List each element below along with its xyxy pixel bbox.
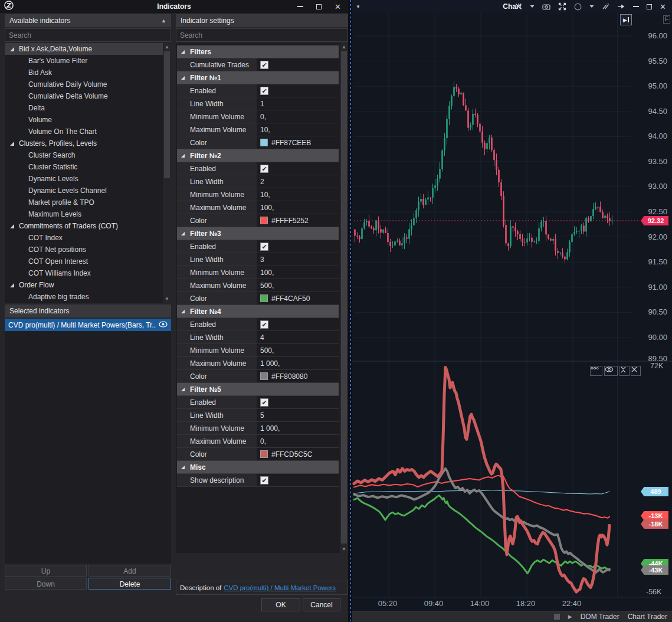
pane-settings-icon[interactable] xyxy=(590,366,602,376)
setting-value[interactable]: ✔ xyxy=(257,84,339,97)
tree-item-row[interactable]: Cumulative Daily Volume xyxy=(5,78,171,90)
tree-item-row[interactable]: Dynamic Levels xyxy=(5,173,171,185)
checkbox[interactable]: ✔ xyxy=(260,61,268,69)
tree-item-row[interactable]: Market profile & TPO xyxy=(5,197,171,208)
scroll-down-icon[interactable]: ▼ xyxy=(340,545,348,553)
collapse-up-icon[interactable]: ▲ xyxy=(161,18,166,24)
jump-to-latest-button[interactable]: ▶ xyxy=(620,14,632,25)
tools-dropdown-icon[interactable] xyxy=(530,5,535,8)
setting-value[interactable]: #FF87CEEB xyxy=(257,136,339,149)
chart-close-icon[interactable]: ✕ xyxy=(660,3,666,11)
color-swatch[interactable] xyxy=(260,450,268,458)
chart-area[interactable]: ▶ F xyxy=(352,0,672,622)
color-swatch[interactable] xyxy=(260,217,268,224)
tree-item-row[interactable]: Cluster Statistic xyxy=(5,161,171,173)
settings-group-header[interactable]: Filter №2 xyxy=(177,149,339,162)
setting-value[interactable]: #FF4CAF50 xyxy=(257,292,339,305)
setting-value[interactable]: 5 xyxy=(257,409,339,421)
tree-item-row[interactable]: Adaptive big trades xyxy=(5,291,171,303)
dom-trader-tab[interactable]: DOM Trader xyxy=(581,613,619,621)
cancel-button[interactable]: Cancel xyxy=(303,598,340,611)
setting-value[interactable]: 4 xyxy=(257,331,339,343)
close-icon[interactable]: ✕ xyxy=(335,3,341,11)
tree-group-row[interactable]: Commitments of Traders (COT) xyxy=(5,220,171,232)
setting-value[interactable]: 500, xyxy=(257,344,339,356)
settings-group-header[interactable]: Filter №1 xyxy=(177,71,339,84)
setting-value[interactable]: 10, xyxy=(257,188,339,201)
setting-value[interactable]: 2 xyxy=(257,175,339,188)
settings-group-header[interactable]: Filter №5 xyxy=(177,383,339,396)
tree-group-row[interactable]: Bid x Ask,Delta,Volume xyxy=(5,43,163,55)
selected-indicator-item[interactable]: CVD pro(multi) / Multi Market Powers(Bar… xyxy=(5,319,171,331)
setting-value[interactable]: ✔ xyxy=(257,58,339,71)
setting-value[interactable]: ✔ xyxy=(257,240,339,253)
description-link[interactable]: CVD pro(multi) / Multi Market Powers xyxy=(224,584,336,591)
fullscreen-icon[interactable] xyxy=(558,2,566,11)
chart-menu-caret-icon[interactable]: ▼ xyxy=(356,4,360,9)
ok-button[interactable]: OK xyxy=(261,598,300,611)
scrollbar-thumb[interactable] xyxy=(164,51,170,178)
tree-scrollbar[interactable]: ▲ ▼ xyxy=(163,43,171,303)
tree-item-row[interactable]: Cumulative Delta Volume xyxy=(5,90,171,102)
chart-trader-tab[interactable]: Chart Trader xyxy=(628,613,667,621)
checkbox[interactable]: ✔ xyxy=(260,398,268,407)
setting-value[interactable]: ✔ xyxy=(257,396,339,408)
setting-value[interactable]: 1 000, xyxy=(257,357,339,369)
available-indicators-header[interactable]: Available indicators ▲ xyxy=(5,14,171,27)
color-swatch[interactable] xyxy=(260,139,268,146)
screenshot-icon[interactable] xyxy=(542,4,550,10)
checkbox[interactable]: ✔ xyxy=(260,476,268,484)
tree-item-row[interactable]: Bar's Volume Filter xyxy=(5,55,171,67)
setting-value[interactable]: 100, xyxy=(257,266,339,279)
scrollbar-thumb[interactable] xyxy=(341,51,347,544)
chart-maximize-icon[interactable] xyxy=(647,4,652,9)
chart-minimize-icon[interactable] xyxy=(633,6,639,7)
setting-value[interactable]: #FF808080 xyxy=(257,370,339,382)
tree-item-row[interactable]: COT Net positions xyxy=(5,244,171,256)
tree-item-row[interactable]: COT Index xyxy=(5,232,171,244)
eye-icon[interactable] xyxy=(159,321,168,329)
settings-group-header[interactable]: Misc xyxy=(177,461,339,474)
settings-group-header[interactable]: Filter №4 xyxy=(177,305,339,318)
instrument-dropdown-icon[interactable] xyxy=(589,5,594,8)
setting-value[interactable]: 3 xyxy=(257,253,339,266)
setting-value[interactable]: 100, xyxy=(257,201,339,214)
checkbox[interactable]: ✔ xyxy=(260,87,268,95)
status-square-icon[interactable] xyxy=(554,614,560,620)
tree-group-row[interactable]: Order Flow xyxy=(5,279,171,291)
setting-value[interactable]: 500, xyxy=(257,279,339,292)
tree-item-row[interactable]: Volume xyxy=(5,114,171,126)
tree-item-row[interactable]: Delta xyxy=(5,102,171,114)
tree-group-row[interactable]: Clusters, Profiles, Levels xyxy=(5,138,171,149)
scroll-down-icon[interactable]: ▼ xyxy=(163,295,171,303)
setting-value[interactable]: #FFFF5252 xyxy=(257,214,339,227)
expand-caret-icon[interactable] xyxy=(10,283,14,287)
tree-item-row[interactable]: Bid Ask xyxy=(5,67,171,78)
tree-item-row[interactable]: COT Williams Index xyxy=(5,267,171,279)
setting-value[interactable]: ✔ xyxy=(257,474,339,486)
setting-value[interactable]: 10, xyxy=(257,123,339,136)
setting-value[interactable]: 1 xyxy=(257,97,339,110)
pane-close-icon[interactable] xyxy=(631,366,641,376)
settings-group-header[interactable]: Filters xyxy=(177,45,339,58)
checkbox[interactable]: ✔ xyxy=(260,320,268,329)
expand-caret-icon[interactable] xyxy=(10,142,14,146)
settings-group-header[interactable]: Filter №3 xyxy=(177,227,339,240)
checkbox[interactable]: ✔ xyxy=(260,165,268,173)
crosshair-tools-icon[interactable] xyxy=(515,3,522,10)
fixed-scale-icon[interactable]: F xyxy=(663,15,670,24)
add-button[interactable]: Add xyxy=(88,565,171,577)
window-splitter[interactable] xyxy=(350,0,351,622)
color-swatch[interactable] xyxy=(260,294,268,302)
available-search-input[interactable] xyxy=(5,28,171,42)
pin-icon[interactable] xyxy=(617,4,625,9)
settings-search-input[interactable] xyxy=(176,28,348,42)
settings-scrollbar[interactable]: ▲ ▼ xyxy=(340,43,348,553)
up-button[interactable]: Up xyxy=(5,565,87,577)
wizard-tools-icon[interactable] xyxy=(602,3,609,10)
tree-item-row[interactable]: COT Open Interest xyxy=(5,256,171,267)
delete-button[interactable]: Delete xyxy=(88,578,171,590)
setting-value[interactable]: ✔ xyxy=(257,162,339,175)
expand-caret-icon[interactable] xyxy=(10,224,14,228)
setting-value[interactable]: 1 000, xyxy=(257,422,339,434)
